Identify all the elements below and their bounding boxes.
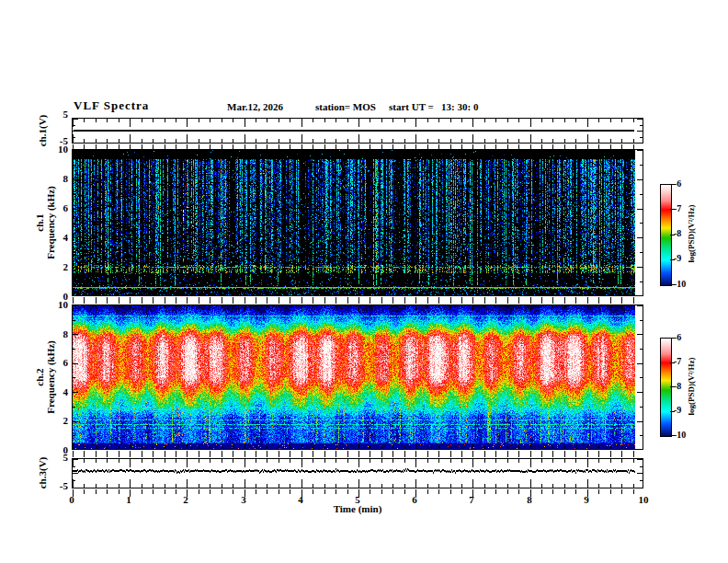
- colorbar-tick: [670, 259, 675, 260]
- y-tick-label: 8: [44, 172, 68, 185]
- colorbar-ch2-label: log(PSD)(V²/Hz): [686, 357, 697, 415]
- ch2-spectrogram-canvas: [73, 305, 635, 449]
- colorbar-tick: [670, 411, 675, 412]
- date-label: Mar.12, 2026: [227, 101, 283, 112]
- colorbar-tick: [670, 386, 675, 387]
- y-tick-label: 2: [44, 260, 68, 273]
- x-tick-label: 1: [117, 493, 141, 506]
- ch2-axis-channel: ch.2: [34, 340, 45, 414]
- page-title: VLF Spectra: [74, 98, 149, 113]
- x-axis-label: Time (min): [334, 502, 382, 515]
- station-label: station= MOS: [315, 101, 376, 112]
- colorbar-tick: [670, 338, 675, 339]
- ch3-waveform-canvas: [73, 459, 635, 488]
- panel-ch3-voltage: [72, 458, 643, 488]
- x-tick-label: 10: [631, 493, 655, 506]
- colorbar-ch2: [660, 338, 672, 437]
- colorbar-tick: [670, 284, 675, 285]
- panel-ch1-spectrogram: [72, 149, 643, 296]
- panel-ch2-spectrogram: [72, 304, 643, 450]
- panel-ch1-voltage: [72, 118, 643, 144]
- ch1-axis-channel: ch.1: [34, 186, 45, 259]
- colorbar-tick: [670, 209, 675, 210]
- tick-marks: [73, 451, 643, 457]
- ch2-axis-frequency: Frequency (kHz): [45, 340, 56, 414]
- ch1-spectrogram-canvas: [73, 150, 635, 295]
- x-tick-label: 0: [60, 493, 84, 506]
- colorbar-tick: [670, 435, 675, 436]
- ch1-axis-frequency: Frequency (kHz): [45, 186, 56, 259]
- x-tick-label: 2: [174, 493, 198, 506]
- colorbar-tick: [670, 362, 675, 363]
- colorbar-tick: [670, 235, 675, 236]
- ch1-frequency-axis-label: ch.1 Frequency (kHz): [34, 186, 56, 259]
- y-tick-label: 10: [44, 298, 68, 311]
- y-tick-label: 2: [44, 414, 68, 427]
- x-tick-label: 6: [403, 493, 427, 506]
- colorbar-tick-label: -6: [674, 331, 698, 343]
- vlf-spectra-figure: VLF Spectra Mar.12, 2026 station= MOS st…: [0, 0, 728, 563]
- colorbar-ch1-label: log(PSD)(V²/Hz): [686, 204, 697, 262]
- ch3-voltage-axis-label: ch.3(V): [37, 457, 48, 489]
- tick-marks: [73, 297, 643, 304]
- start-ut-label: start UT = 13: 30: 0: [389, 101, 478, 112]
- x-tick-label: 8: [518, 493, 541, 506]
- x-tick-label: 3: [232, 493, 256, 506]
- y-tick-label: 10: [44, 143, 68, 155]
- x-tick-label: 7: [460, 493, 483, 506]
- colorbar-tick-label: -10: [674, 429, 698, 441]
- ch2-frequency-axis-label: ch.2 Frequency (kHz): [34, 340, 56, 414]
- colorbar-tick-label: -6: [674, 178, 698, 190]
- x-tick-label: 4: [289, 493, 313, 506]
- y-tick-label: 8: [44, 327, 68, 340]
- colorbar-tick-label: -10: [674, 278, 698, 290]
- ch1-zero-line: [74, 130, 634, 132]
- x-tick-label: 9: [574, 493, 598, 506]
- colorbar-tick: [670, 184, 675, 185]
